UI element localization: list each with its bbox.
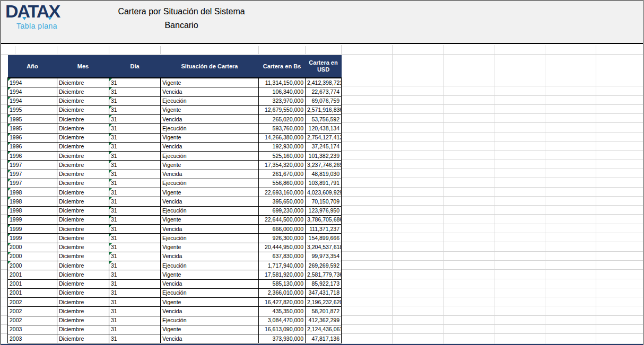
cell-cartera-bs[interactable]: 556,860,000 [259,179,306,188]
cell-cartera-usd[interactable]: 22,673,774 [306,87,342,96]
cell-situation[interactable]: Vigente [161,325,259,334]
cell-cartera-bs[interactable]: 11,314,150,000 [259,78,306,87]
cell-day[interactable]: 31 [109,78,161,87]
cell-year[interactable]: 1994 [8,96,57,105]
cell-cartera-usd[interactable]: 99,973,354 [306,252,342,261]
cell-month[interactable]: Diciembre [57,115,109,124]
cell-day[interactable]: 31 [109,334,161,343]
cell-day[interactable]: 31 [109,197,161,206]
cell-cartera-usd[interactable]: 48,819,030 [306,170,342,179]
cell-day[interactable]: 31 [109,243,161,252]
cell-cartera-bs[interactable]: 2,366,010,000 [259,288,306,297]
cell-day[interactable]: 31 [109,288,161,297]
cell-cartera-usd[interactable]: 3,204,537,618 [306,243,342,252]
cell-year[interactable]: 2003 [8,334,57,343]
cell-cartera-usd[interactable]: 123,976,950 [306,206,342,215]
cell-situation[interactable]: Ejecución [161,96,259,105]
cell-month[interactable]: Diciembre [57,334,109,343]
cell-month[interactable]: Diciembre [57,298,109,307]
cell-cartera-bs[interactable]: 22,644,500,000 [259,215,306,224]
cell-day[interactable]: 31 [109,142,161,151]
cell-cartera-bs[interactable]: 261,670,000 [259,170,306,179]
cell-month[interactable]: Diciembre [57,307,109,316]
cell-month[interactable]: Diciembre [57,288,109,297]
cell-situation[interactable]: Ejecución [161,206,259,215]
cell-month[interactable]: Diciembre [57,152,109,161]
cell-day[interactable]: 31 [109,152,161,161]
column-header-cartera-usd[interactable]: Cartera en USD [306,55,342,78]
cell-cartera-bs[interactable]: 3,084,470,000 [259,316,306,325]
cell-day[interactable]: 31 [109,252,161,261]
cell-cartera-bs[interactable]: 395,650,000 [259,197,306,206]
cell-day[interactable]: 31 [109,316,161,325]
cell-year[interactable]: 2000 [8,243,57,252]
cell-cartera-bs[interactable]: 12,679,550,000 [259,105,306,114]
cell-month[interactable]: Diciembre [57,234,109,243]
cell-year[interactable]: 1994 [8,78,57,87]
cell-cartera-bs[interactable]: 17,354,320,000 [259,161,306,170]
cell-cartera-bs[interactable]: 373,930,000 [259,334,306,343]
cell-situation[interactable]: Vencida [161,334,259,343]
cell-year[interactable]: 1995 [8,124,57,133]
cell-day[interactable]: 31 [109,105,161,114]
cell-day[interactable]: 31 [109,133,161,142]
cell-cartera-usd[interactable]: 2,196,232,620 [306,298,342,307]
cell-cartera-bs[interactable]: 16,427,820,000 [259,298,306,307]
cell-situation[interactable]: Vencida [161,87,259,96]
cell-day[interactable]: 31 [109,87,161,96]
cell-day[interactable]: 31 [109,215,161,224]
cell-cartera-usd[interactable]: 85,922,173 [306,279,342,288]
cell-cartera-usd[interactable]: 412,362,299 [306,316,342,325]
cell-day[interactable]: 31 [109,325,161,334]
cell-situation[interactable]: Vigente [161,215,259,224]
cell-cartera-bs[interactable]: 666,000,000 [259,225,306,234]
cell-cartera-bs[interactable]: 525,160,000 [259,152,306,161]
cell-month[interactable]: Diciembre [57,96,109,105]
cell-situation[interactable]: Ejecución [161,261,259,270]
cell-cartera-usd[interactable]: 2,412,398,721 [306,78,342,87]
cell-year[interactable]: 1995 [8,115,57,124]
cell-cartera-usd[interactable]: 4,023,609,929 [306,188,342,197]
cell-situation[interactable]: Ejecución [161,179,259,188]
cell-year[interactable]: 2000 [8,261,57,270]
cell-year[interactable]: 2001 [8,288,57,297]
cell-situation[interactable]: Ejecución [161,152,259,161]
cell-situation[interactable]: Ejecución [161,234,259,243]
cell-year[interactable]: 2003 [8,325,57,334]
cell-cartera-bs[interactable]: 593,760,000 [259,124,306,133]
cell-year[interactable]: 2001 [8,270,57,279]
cell-cartera-bs[interactable]: 323,970,000 [259,96,306,105]
cell-day[interactable]: 31 [109,307,161,316]
cell-cartera-usd[interactable]: 2,571,916,836 [306,105,342,114]
cell-month[interactable]: Diciembre [57,270,109,279]
cell-year[interactable]: 1996 [8,142,57,151]
cell-year[interactable]: 1997 [8,161,57,170]
cell-situation[interactable]: Vencida [161,279,259,288]
cell-situation[interactable]: Vigente [161,161,259,170]
cell-day[interactable]: 31 [109,188,161,197]
cell-cartera-usd[interactable]: 103,891,791 [306,179,342,188]
cell-situation[interactable]: Vencida [161,170,259,179]
cell-month[interactable]: Diciembre [57,170,109,179]
cell-cartera-bs[interactable]: 14,266,380,000 [259,133,306,142]
cell-month[interactable]: Diciembre [57,188,109,197]
cell-situation[interactable]: Ejecución [161,124,259,133]
cell-cartera-bs[interactable]: 1,717,940,000 [259,261,306,270]
cell-year[interactable]: 1999 [8,225,57,234]
cell-day[interactable]: 31 [109,225,161,234]
cell-cartera-usd[interactable]: 2,754,127,413 [306,133,342,142]
cell-cartera-bs[interactable]: 585,130,000 [259,279,306,288]
cell-cartera-usd[interactable]: 2,581,779,736 [306,270,342,279]
cell-day[interactable]: 31 [109,206,161,215]
cell-cartera-bs[interactable]: 435,350,000 [259,307,306,316]
cell-month[interactable]: Diciembre [57,206,109,215]
cell-cartera-bs[interactable]: 106,340,000 [259,87,306,96]
cell-year[interactable]: 1998 [8,197,57,206]
cell-cartera-bs[interactable]: 699,230,000 [259,206,306,215]
cell-cartera-usd[interactable]: 47,817,136 [306,334,342,343]
column-header-dia[interactable]: Dia [109,55,161,78]
cell-situation[interactable]: Ejecución [161,316,259,325]
cell-year[interactable]: 1999 [8,234,57,243]
cell-day[interactable]: 31 [109,96,161,105]
cell-situation[interactable]: Vigente [161,133,259,142]
